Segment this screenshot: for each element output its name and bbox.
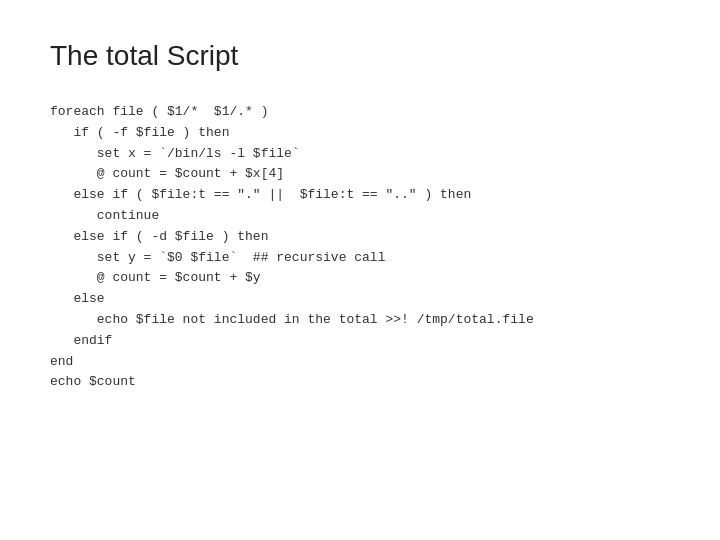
code-line: set x = `/bin/ls -l $file` xyxy=(50,144,670,165)
code-line: echo $count xyxy=(50,372,670,393)
code-line: set y = `$0 $file` ## recursive call xyxy=(50,248,670,269)
page-title: The total Script xyxy=(50,40,670,72)
code-line: @ count = $count + $x[4] xyxy=(50,164,670,185)
code-line: continue xyxy=(50,206,670,227)
code-line: @ count = $count + $y xyxy=(50,268,670,289)
code-line: else xyxy=(50,289,670,310)
code-line: end xyxy=(50,352,670,373)
code-line: foreach file ( $1/* $1/.* ) xyxy=(50,102,670,123)
code-line: endif xyxy=(50,331,670,352)
code-line: else if ( $file:t == "." || $file:t == "… xyxy=(50,185,670,206)
code-line: echo $file not included in the total >>!… xyxy=(50,310,670,331)
code-line: else if ( -d $file ) then xyxy=(50,227,670,248)
code-block: foreach file ( $1/* $1/.* ) if ( -f $fil… xyxy=(50,102,670,393)
page: The total Script foreach file ( $1/* $1/… xyxy=(0,0,720,540)
code-line: if ( -f $file ) then xyxy=(50,123,670,144)
